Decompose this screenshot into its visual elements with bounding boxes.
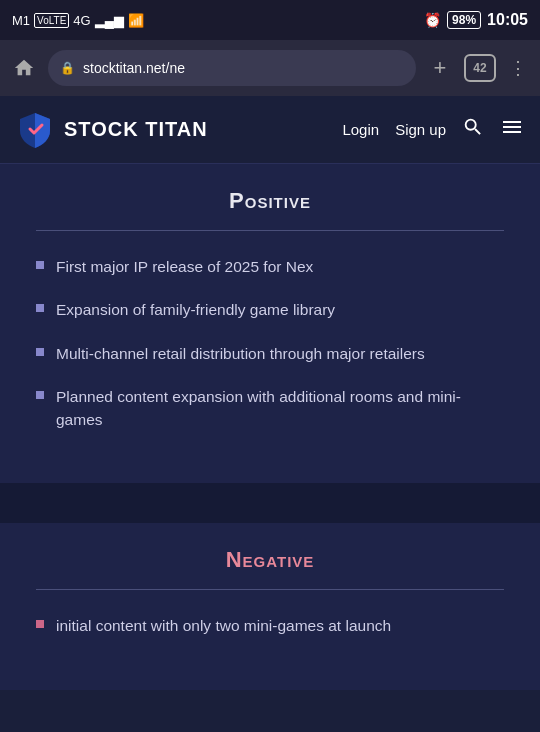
negative-section: Negative initial content with only two m… <box>0 523 540 689</box>
security-icon: 🔒 <box>60 61 75 75</box>
positive-list: First major IP release of 2025 for Nex E… <box>36 255 504 431</box>
positive-item-1: First major IP release of 2025 for Nex <box>56 255 313 278</box>
list-item: Expansion of family-friendly game librar… <box>36 298 504 321</box>
negative-list: initial content with only two mini-games… <box>36 614 504 637</box>
browser-actions: + 42 ⋮ <box>424 52 532 84</box>
positive-title: Positive <box>36 188 504 214</box>
site-header: STOCK TITAN Login Sign up <box>0 96 540 164</box>
bullet-icon <box>36 620 44 628</box>
battery-percent: 98 <box>452 13 465 27</box>
url-text: stocktitan.net/ne <box>83 60 185 76</box>
wifi-icon: 📶 <box>128 13 144 28</box>
login-link[interactable]: Login <box>342 121 379 138</box>
browser-menu-button[interactable]: ⋮ <box>504 52 532 84</box>
list-item: Multi-channel retail distribution throug… <box>36 342 504 365</box>
bullet-icon <box>36 348 44 356</box>
positive-section: Positive First major IP release of 2025 … <box>0 164 540 483</box>
list-item: Planned content expansion with additiona… <box>36 385 504 432</box>
positive-item-4: Planned content expansion with additiona… <box>56 385 504 432</box>
logo-icon <box>16 111 54 149</box>
logo-text: STOCK TITAN <box>64 118 208 141</box>
battery-icon: 98% <box>447 11 481 29</box>
bullet-icon <box>36 391 44 399</box>
bullet-icon <box>36 304 44 312</box>
logo-area: STOCK TITAN <box>16 111 342 149</box>
menu-button[interactable] <box>500 115 524 145</box>
status-right: ⏰ 98% 10:05 <box>424 11 528 29</box>
signup-link[interactable]: Sign up <box>395 121 446 138</box>
signal-bars-icon: ▂▄▆ <box>95 13 124 28</box>
volte-label: VoLTE <box>34 13 69 28</box>
tab-count: 42 <box>473 61 486 75</box>
section-gap <box>0 483 540 523</box>
positive-item-2: Expansion of family-friendly game librar… <box>56 298 335 321</box>
bullet-icon <box>36 261 44 269</box>
search-button[interactable] <box>462 116 484 143</box>
main-content: Positive First major IP release of 2025 … <box>0 164 540 690</box>
time-display: 10:05 <box>487 11 528 29</box>
signal-label: 4G <box>73 13 90 28</box>
negative-divider <box>36 589 504 590</box>
carrier-label: M1 <box>12 13 30 28</box>
positive-item-3: Multi-channel retail distribution throug… <box>56 342 425 365</box>
negative-title: Negative <box>36 547 504 573</box>
status-left: M1 VoLTE 4G ▂▄▆ 📶 <box>12 13 144 28</box>
positive-divider <box>36 230 504 231</box>
list-item: initial content with only two mini-games… <box>36 614 504 637</box>
negative-item-1: initial content with only two mini-games… <box>56 614 391 637</box>
home-button[interactable] <box>8 52 40 84</box>
nav-links: Login Sign up <box>342 115 524 145</box>
url-bar[interactable]: 🔒 stocktitan.net/ne <box>48 50 416 86</box>
list-item: First major IP release of 2025 for Nex <box>36 255 504 278</box>
browser-bar: 🔒 stocktitan.net/ne + 42 ⋮ <box>0 40 540 96</box>
status-bar: M1 VoLTE 4G ▂▄▆ 📶 ⏰ 98% 10:05 <box>0 0 540 40</box>
alarm-icon: ⏰ <box>424 12 441 28</box>
new-tab-button[interactable]: + <box>424 52 456 84</box>
tab-count-button[interactable]: 42 <box>464 54 496 82</box>
